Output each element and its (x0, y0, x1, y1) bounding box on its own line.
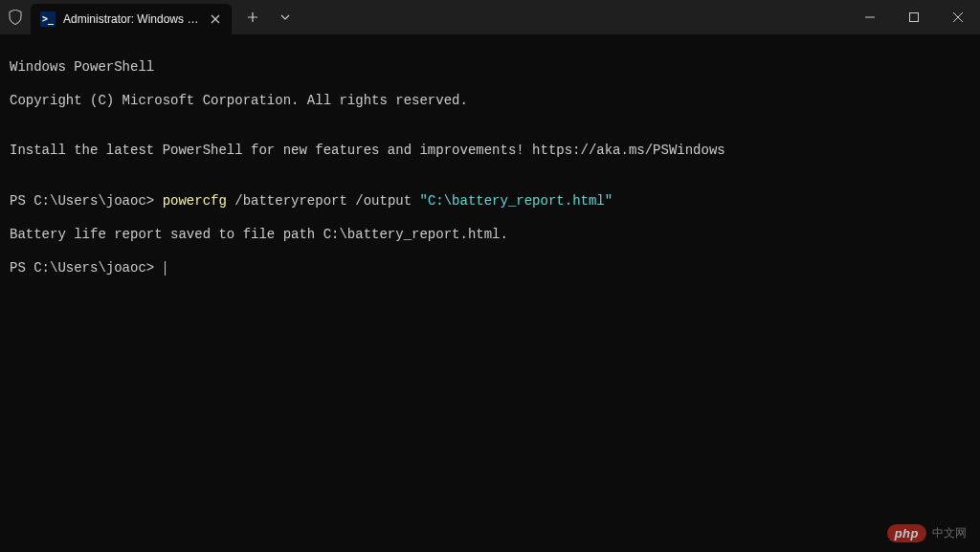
svg-rect-0 (910, 13, 919, 22)
powershell-icon: >_ (40, 11, 56, 27)
titlebar-left: >_ Administrator: Windows PowerS (0, 0, 848, 34)
shield-icon (0, 0, 31, 34)
terminal-line: PS C:\Users\joaoc> (10, 260, 970, 277)
watermark-badge: php (887, 524, 926, 542)
prompt-prefix: PS C:\Users\joaoc> (10, 193, 163, 209)
terminal-content[interactable]: Windows PowerShell Copyright (C) Microso… (0, 34, 980, 301)
window-controls (848, 0, 980, 34)
titlebar: >_ Administrator: Windows PowerS (0, 0, 980, 34)
terminal-line: Install the latest PowerShell for new fe… (10, 143, 970, 160)
tab-actions (237, 0, 301, 34)
terminal-line: Copyright (C) Microsoft Corporation. All… (10, 93, 970, 110)
tab-close-button[interactable] (207, 11, 224, 28)
tab-title: Administrator: Windows PowerS (63, 12, 199, 26)
tab-active[interactable]: >_ Administrator: Windows PowerS (31, 4, 232, 34)
terminal-line: Windows PowerShell (10, 59, 970, 77)
cursor-icon (165, 261, 166, 276)
maximize-button[interactable] (892, 0, 936, 34)
command-args: /batteryreport /output (227, 193, 420, 209)
command-name: powercfg (163, 193, 227, 209)
terminal-line: PS C:\Users\joaoc> powercfg /batteryrepo… (10, 193, 970, 210)
prompt-prefix: PS C:\Users\joaoc> (10, 260, 163, 276)
terminal-line: Battery life report saved to file path C… (10, 227, 970, 244)
minimize-button[interactable] (848, 0, 892, 34)
watermark-text: 中文网 (932, 525, 967, 541)
command-string: "C:\battery_report.html" (420, 193, 613, 209)
tab-dropdown-button[interactable] (270, 2, 301, 33)
watermark: php 中文网 (887, 524, 967, 542)
new-tab-button[interactable] (237, 2, 268, 33)
close-button[interactable] (936, 0, 980, 34)
